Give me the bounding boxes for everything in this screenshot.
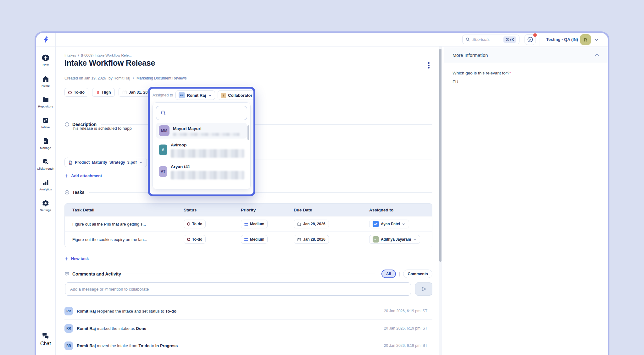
meta-dot: • bbox=[133, 76, 134, 80]
task-status-pill[interactable]: To-do bbox=[184, 235, 206, 244]
manage-icon bbox=[42, 137, 49, 145]
activity-timestamp: 20 Jan 2026, 6:19 pm IST bbox=[384, 343, 427, 348]
table-row[interactable]: Figure out the cookies expiry on the lan… bbox=[65, 232, 432, 247]
todo-ring-icon bbox=[68, 91, 72, 94]
task-priority-pill[interactable]: Medium bbox=[241, 235, 268, 244]
avatar: RR bbox=[64, 341, 73, 350]
new-task-button[interactable]: New task bbox=[64, 256, 89, 261]
chevron-down-icon[interactable] bbox=[139, 161, 143, 165]
sidebar-item-new[interactable]: New bbox=[42, 54, 50, 67]
workspace-avatar[interactable]: R bbox=[580, 34, 591, 45]
task-priority-pill[interactable]: Medium bbox=[241, 220, 268, 228]
comment-input[interactable]: Add a message or @mention to collaborate bbox=[65, 282, 411, 296]
redacted-email bbox=[171, 171, 244, 179]
assignee-options-list: MM Mayuri Mayuri A Aviroop AT bbox=[156, 123, 247, 182]
new-plus-icon bbox=[42, 54, 50, 62]
avatar: MM bbox=[159, 125, 169, 136]
task-status-pill[interactable]: To-do bbox=[184, 220, 206, 228]
workspace-name[interactable]: Testing - QA (IN) bbox=[546, 37, 578, 42]
filter-divider: | bbox=[399, 271, 400, 276]
description-text: This release is scheduled to happ bbox=[71, 126, 153, 131]
assignee-option-name: Aviroop bbox=[171, 143, 187, 147]
more-information-header[interactable]: More Information bbox=[444, 47, 608, 63]
sidebar-item-home[interactable]: Home bbox=[42, 75, 50, 87]
priority-pill[interactable]: High bbox=[92, 88, 115, 97]
intake-pills-row: To-do High Jan 31, 2026 bbox=[64, 88, 156, 97]
task-due-pill[interactable]: Jan 28, 2026 bbox=[294, 235, 329, 244]
more-information-body: Which geo is this relevant for?* EU bbox=[444, 63, 608, 100]
assignee-option[interactable]: MM Mayuri Mayuri bbox=[156, 123, 247, 139]
filter-all-button[interactable]: All bbox=[381, 270, 396, 278]
sidebar-item-clickthrough[interactable]: Clickthrough bbox=[37, 158, 54, 170]
avatar: A bbox=[159, 145, 167, 155]
header-divider bbox=[36, 46, 608, 46]
search-input[interactable]: Shortcuts ⌘+K bbox=[462, 35, 519, 44]
meta-project[interactable]: Marketing Document Reviews bbox=[136, 76, 186, 80]
avatar: AJ bbox=[373, 236, 379, 243]
sidebar-item-chat[interactable]: Chat bbox=[36, 331, 55, 347]
task-assignee-pill[interactable]: AJAdithya Jayaram bbox=[369, 235, 420, 244]
app-window: Shortcuts ⌘+K Testing - QA (IN) R New Ho… bbox=[35, 31, 609, 355]
task-assignee-pill[interactable]: APAyan Patel bbox=[369, 220, 409, 228]
todo-ring-icon bbox=[187, 222, 190, 226]
assignee-option-name: Aryan t41 bbox=[171, 164, 190, 169]
sidebar: New Home Repository Intake Manage Clickt… bbox=[36, 33, 56, 355]
notifications-button[interactable] bbox=[525, 34, 536, 45]
sidebar-item-manage[interactable]: Manage bbox=[40, 137, 51, 150]
assignee-select[interactable]: RR Romit Raj bbox=[175, 90, 215, 100]
send-button[interactable] bbox=[415, 282, 432, 296]
filter-comments-button[interactable]: Comments bbox=[403, 270, 432, 278]
info-circle-icon bbox=[64, 122, 69, 127]
dropdown-scrollbar[interactable] bbox=[247, 125, 249, 140]
chevron-down-icon bbox=[402, 222, 406, 226]
status-pill[interactable]: To-do bbox=[64, 88, 88, 97]
assignee-options-panel: MM Mayuri Mayuri A Aviroop AT bbox=[153, 102, 251, 189]
page-title: Intake Workflow Release bbox=[64, 58, 155, 68]
assignee-option-name: Mayuri Mayuri bbox=[173, 126, 202, 131]
sidebar-item-analytics[interactable]: Analytics bbox=[39, 179, 52, 191]
meta-line: Created on Jan 19, 2026 by Romit Raj • M… bbox=[64, 76, 186, 80]
sidebar-item-repository[interactable]: Repository bbox=[38, 96, 53, 108]
assigned-to-label: Assigned to bbox=[153, 93, 173, 97]
activity-row: RR Romit Raj marked the intake as Done 2… bbox=[64, 320, 432, 337]
collaborators-chip[interactable]: 3 Collaborator bbox=[218, 90, 255, 100]
panel-divider bbox=[452, 92, 600, 92]
notification-dot bbox=[533, 33, 537, 37]
assigned-to-row: Assigned to RR Romit Raj 3 Collaborator bbox=[153, 90, 251, 100]
clickthrough-icon bbox=[42, 158, 49, 166]
search-placeholder: Shortcuts bbox=[472, 37, 490, 42]
app-logo-lightning-icon[interactable] bbox=[42, 35, 50, 44]
tasks-table: Task Detail Status Priority Due Date Ass… bbox=[64, 203, 432, 247]
breadcrumb-root[interactable]: Intakes bbox=[64, 53, 76, 57]
activity-timestamp: 20 Jan 2026, 6:19 pm IST bbox=[384, 326, 427, 330]
chevron-up-icon[interactable] bbox=[594, 52, 600, 58]
task-detail[interactable]: Figure out all the PIIs that are getting… bbox=[65, 222, 184, 227]
pdf-file-icon bbox=[68, 160, 73, 165]
assignee-search-input[interactable] bbox=[156, 106, 247, 120]
workspace-chevron-down-icon[interactable] bbox=[594, 37, 599, 42]
kebab-menu-icon[interactable] bbox=[427, 61, 431, 70]
more-information-panel: More Information Which geo is this relev… bbox=[444, 46, 608, 355]
meta-created: Created on Jan 19, 2026 bbox=[64, 76, 106, 80]
bar-chart-icon bbox=[42, 179, 49, 186]
assignee-option[interactable]: A Aviroop bbox=[156, 139, 247, 160]
breadcrumb[interactable]: Intakes / (I-0009) Intake Workflow Rele.… bbox=[64, 53, 132, 57]
plus-icon bbox=[64, 174, 69, 178]
custom-field-answer: EU bbox=[452, 79, 600, 84]
check-circle-icon bbox=[64, 190, 69, 195]
task-detail[interactable]: Figure out the cookies expiry on the lan… bbox=[65, 237, 184, 242]
assignee-option[interactable]: AT Aryan t41 bbox=[156, 161, 247, 182]
speech-bubble-icon bbox=[64, 271, 69, 276]
sidebar-item-intake[interactable]: Intake bbox=[41, 117, 50, 129]
task-due-pill[interactable]: Jan 28, 2026 bbox=[294, 220, 329, 228]
redacted-email bbox=[171, 149, 244, 158]
attachment-file-chip[interactable]: Product_Maturity_Strategy_3.pdf bbox=[64, 158, 147, 167]
breadcrumb-separator: / bbox=[78, 53, 79, 57]
search-icon bbox=[160, 110, 166, 116]
table-row[interactable]: Figure out all the PIIs that are getting… bbox=[65, 216, 432, 232]
sidebar-item-settings[interactable]: Settings bbox=[40, 199, 51, 212]
main-scrollbar-thumb[interactable] bbox=[439, 49, 441, 262]
add-attachment-button[interactable]: Add attachment bbox=[64, 173, 102, 178]
avatar: AP bbox=[373, 221, 379, 227]
search-icon bbox=[465, 37, 470, 42]
